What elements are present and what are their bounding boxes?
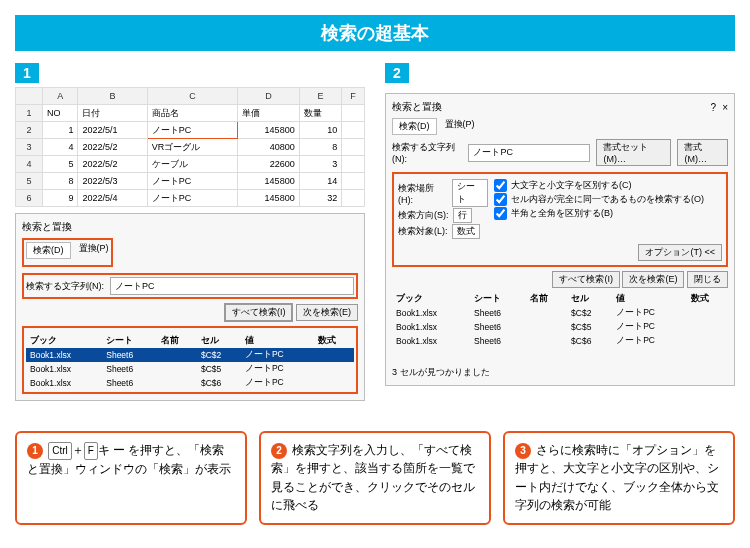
target-label: 検索対象(L): [398,225,448,238]
match-entire-label: セル内容が完全に同一であるものを検索する(O) [511,193,704,206]
result-head: セル [567,292,612,306]
cell[interactable]: 9 [43,190,78,207]
cell[interactable]: 40800 [238,139,299,156]
target-select[interactable]: 数式 [452,224,480,239]
cell[interactable]: 1 [43,122,78,139]
cell[interactable]: 2022/5/3 [78,173,147,190]
cell[interactable]: 5 [43,156,78,173]
page-title: 検索の超基本 [15,15,735,51]
cell[interactable]: 145800 [238,173,299,190]
find-input[interactable] [468,144,590,162]
header-cell[interactable] [342,105,365,122]
cell[interactable]: 14 [299,173,341,190]
scope-select[interactable]: シート [452,179,488,207]
header-cell[interactable]: NO [43,105,78,122]
match-byte-checkbox[interactable] [494,207,507,220]
header-cell[interactable]: 日付 [78,105,147,122]
header-cell[interactable]: 商品名 [147,105,238,122]
callout-1: 1 Ctrl＋Fキ ー を押すと、「検索と置換」ウィンドウの「検索」が表示 [15,431,247,525]
row-head[interactable]: 1 [16,105,43,122]
result-cell: Book1.xlsx [392,320,470,334]
col-head[interactable]: A [43,88,78,105]
result-cell [687,320,728,334]
header-cell[interactable]: 単価 [238,105,299,122]
col-head[interactable]: F [342,88,365,105]
cell[interactable] [342,173,365,190]
plus: ＋ [72,444,84,456]
cell[interactable] [342,139,365,156]
find-next-button[interactable]: 次を検索(E) [296,304,358,321]
result-list[interactable]: ブック シート 名前 セル 値 数式 Book1.xlsx Sheet6 $C$… [26,334,354,390]
find-all-button[interactable]: すべて検索(I) [552,271,620,288]
result-row[interactable]: Book1.xlsx Sheet6 $C$5 ノートPC [392,320,728,334]
row-head[interactable]: 3 [16,139,43,156]
result-row[interactable]: Book1.xlsx Sheet6 $C$6 ノートPC [26,376,354,390]
close-icon[interactable]: × [722,102,728,113]
cell[interactable]: 8 [43,173,78,190]
cell[interactable]: 10 [299,122,341,139]
col-head[interactable]: C [147,88,238,105]
tab-replace[interactable]: 置換(P) [79,242,109,259]
find-all-button[interactable]: すべて検索(I) [224,303,294,322]
cell[interactable]: 8 [299,139,341,156]
row-head[interactable]: 2 [16,122,43,139]
direction-select[interactable]: 行 [453,208,472,223]
callout-2-num: 2 [271,443,287,459]
col-head[interactable] [16,88,43,105]
result-head: 値 [241,334,314,348]
cell[interactable]: 2022/5/2 [78,139,147,156]
row-head[interactable]: 6 [16,190,43,207]
row-head[interactable]: 4 [16,156,43,173]
cell[interactable]: 2022/5/2 [78,156,147,173]
col-head[interactable]: E [299,88,341,105]
close-button[interactable]: 閉じる [687,271,728,288]
direction-label: 検索方向(S): [398,209,449,222]
find-input[interactable] [110,277,354,295]
cell[interactable]: ノートPC [147,173,238,190]
format-set-button[interactable]: 書式セット(M)… [596,139,671,166]
cell[interactable]: 22600 [238,156,299,173]
cell[interactable] [342,190,365,207]
cell[interactable]: 145800 [238,122,299,139]
match-byte-label: 半角と全角を区別する(B) [511,207,613,220]
result-head: セル [197,334,241,348]
cell[interactable]: 4 [43,139,78,156]
cell[interactable]: 2022/5/1 [78,122,147,139]
result-row[interactable]: Book1.xlsx Sheet6 $C$2 ノートPC [392,306,728,320]
excel-grid-1[interactable]: A B C D E F 1 NO 日付 商品名 単価 数量 2 1 2022/5… [15,87,365,207]
panel-2: 2 検索と置換 ? × 検索(D) 置換(P) 検索する文字列(N): 書式セッ… [385,63,735,401]
tab-replace[interactable]: 置換(P) [445,118,475,135]
result-row[interactable]: Book1.xlsx Sheet6 $C$5 ノートPC [26,362,354,376]
cell[interactable] [342,122,365,139]
col-head[interactable]: D [238,88,299,105]
cell[interactable]: 2022/5/4 [78,190,147,207]
scope-label: 検索場所(H): [398,182,448,205]
result-cell [314,362,354,376]
tab-search[interactable]: 検索(D) [26,242,71,259]
header-cell[interactable]: 数量 [299,105,341,122]
cell-highlight[interactable]: ノートPC [147,122,238,139]
dialog-title: 検索と置換 [392,100,442,114]
tab-search[interactable]: 検索(D) [392,118,437,135]
format-button[interactable]: 書式(M)… [677,139,728,166]
result-row[interactable]: Book1.xlsx Sheet6 $C$2 ノートPC [26,348,354,362]
result-list[interactable]: ブック シート 名前 セル 値 数式 Book1.xlsx Sheet6 $C$… [392,292,728,348]
cell[interactable]: 145800 [238,190,299,207]
cell[interactable]: 3 [299,156,341,173]
options-button[interactable]: オプション(T) << [638,244,722,261]
cell[interactable]: 32 [299,190,341,207]
cell[interactable] [342,156,365,173]
cell[interactable]: VRゴーグル [147,139,238,156]
result-row[interactable]: Book1.xlsx Sheet6 $C$6 ノートPC [392,334,728,348]
row-head[interactable]: 5 [16,173,43,190]
result-cell: Sheet6 [470,306,526,320]
cell[interactable]: ノートPC [147,190,238,207]
find-next-button[interactable]: 次を検索(E) [622,271,684,288]
match-case-checkbox[interactable] [494,179,507,192]
match-entire-checkbox[interactable] [494,193,507,206]
cell[interactable]: ケーブル [147,156,238,173]
find-label: 検索する文字列(N): [392,141,462,164]
result-cell [314,348,354,362]
col-head[interactable]: B [78,88,147,105]
help-icon[interactable]: ? [711,102,717,113]
